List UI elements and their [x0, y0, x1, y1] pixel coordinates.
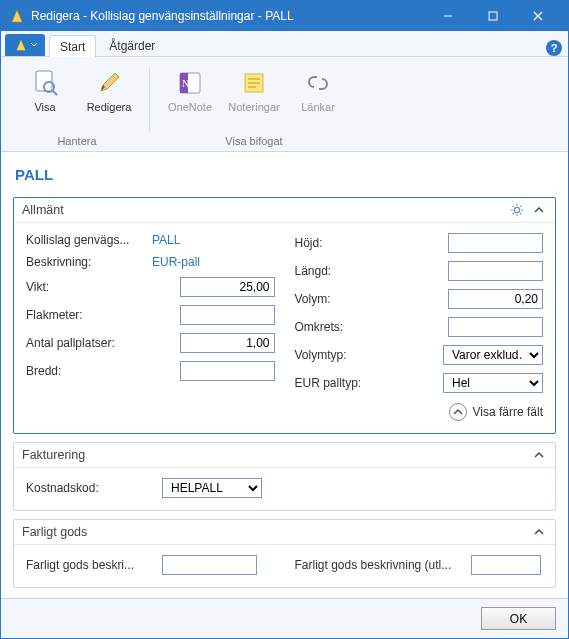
input-hojd[interactable] — [448, 233, 543, 253]
lbl-volym: Volym: — [295, 292, 415, 306]
tab-label-atgarder: Åtgärder — [109, 39, 155, 53]
ribbon-group-visa-bifogat-title: Visa bifogat — [225, 133, 282, 151]
footer: OK — [1, 598, 568, 638]
select-eurpalltyp[interactable]: Hel — [443, 373, 543, 393]
show-fewer-label: Visa färre fält — [473, 405, 543, 419]
lbl-langd: Längd: — [295, 264, 415, 278]
chevron-up-icon[interactable] — [531, 202, 547, 218]
panel-farligtgods-header[interactable]: Farligt gods — [14, 520, 555, 545]
maximize-button[interactable] — [470, 1, 515, 31]
minimize-button[interactable] — [425, 1, 470, 31]
titlebar: Redigera - Kollislag genvängsinställning… — [1, 1, 568, 31]
lbl-omkrets: Omkrets: — [295, 320, 415, 334]
page-title: PALL — [15, 166, 556, 183]
svg-text:N: N — [182, 78, 189, 89]
close-button[interactable] — [515, 1, 560, 31]
select-kostnadskod[interactable]: HELPALL — [162, 478, 262, 498]
ribbon-redigera-button[interactable]: Redigera — [79, 63, 139, 133]
chevron-down-icon — [30, 41, 38, 49]
chevron-up-icon[interactable] — [531, 524, 547, 540]
ribbon-group-visa-bifogat: N OneNote Noteringar Länkar Vis — [154, 63, 354, 151]
select-volymtyp[interactable]: Varor exklud… — [443, 345, 543, 365]
ribbon-visa-label: Visa — [34, 101, 55, 129]
input-bredd[interactable] — [180, 361, 275, 381]
lbl-volymtyp: Volymtyp: — [295, 348, 415, 362]
show-fewer-button[interactable]: Visa färre fält — [26, 403, 543, 421]
onenote-icon: N — [174, 67, 206, 99]
val-kollislag[interactable]: PALL — [152, 233, 275, 247]
input-vikt[interactable] — [180, 277, 275, 297]
pencil-icon — [93, 67, 125, 99]
ribbon-separator — [149, 67, 150, 131]
input-flakmeter[interactable] — [180, 305, 275, 325]
link-icon — [302, 67, 334, 99]
svg-line-26 — [520, 206, 521, 207]
svg-marker-5 — [17, 40, 26, 51]
input-omkrets[interactable] — [448, 317, 543, 337]
svg-point-18 — [514, 207, 519, 212]
ribbon-group-hantera: Visa Redigera Hantera — [9, 63, 145, 151]
ribbon-onenote-button[interactable]: N OneNote — [160, 63, 220, 133]
app-icon — [9, 8, 25, 24]
svg-marker-0 — [12, 10, 22, 22]
input-farligt-utl[interactable] — [471, 555, 541, 575]
magnifier-page-icon — [29, 67, 61, 99]
ok-button[interactable]: OK — [481, 607, 556, 630]
panel-farligtgods: Farligt gods Farligt gods beskri... — [13, 519, 556, 588]
ribbon-group-hantera-title: Hantera — [57, 133, 96, 151]
ribbon-body: Visa Redigera Hantera N OneNote — [1, 57, 568, 152]
tab-label-start: Start — [60, 40, 85, 54]
lbl-beskrivning: Beskrivning: — [26, 255, 146, 269]
ribbon-lankar-label: Länkar — [301, 101, 335, 129]
lbl-farligt-utl: Farligt gods beskrivning (utl... — [295, 558, 465, 572]
lbl-eurpalltyp: EUR palltyp: — [295, 376, 415, 390]
chevron-up-icon[interactable] — [531, 447, 547, 463]
lbl-kollislag: Kollislag genvägs... — [26, 233, 146, 247]
ribbon-lankar-button[interactable]: Länkar — [288, 63, 348, 133]
svg-line-25 — [513, 213, 514, 214]
tab-atgarder[interactable]: Åtgärder — [98, 34, 166, 56]
panel-fakturering-header[interactable]: Fakturering — [14, 443, 555, 468]
val-beskrivning[interactable]: EUR-pall — [152, 255, 275, 269]
ribbon-visa-button[interactable]: Visa — [15, 63, 75, 133]
ribbon-onenote-label: OneNote — [168, 101, 212, 129]
panel-allmant-header[interactable]: Allmänt — [14, 198, 555, 223]
sticky-note-icon — [238, 67, 270, 99]
panel-allmant: Allmänt Kollislag genvägs... PALL — [13, 197, 556, 434]
ribbon-tabs: Start Åtgärder ? — [1, 31, 568, 57]
input-farligt-sv[interactable] — [162, 555, 257, 575]
panel-fakturering: Fakturering Kostnadskod: HELPALL — [13, 442, 556, 511]
input-langd[interactable] — [448, 261, 543, 281]
svg-line-8 — [53, 91, 57, 95]
lbl-vikt: Vikt: — [26, 280, 146, 294]
chevron-up-circle-icon — [449, 403, 467, 421]
window-title: Redigera - Kollislag genvängsinställning… — [31, 9, 425, 23]
tab-start[interactable]: Start — [49, 35, 96, 57]
app-menu-button[interactable] — [5, 34, 45, 56]
help-button[interactable]: ? — [546, 40, 562, 56]
lbl-antal: Antal pallplatser: — [26, 336, 146, 350]
svg-rect-2 — [489, 12, 497, 20]
lbl-bredd: Bredd: — [26, 364, 146, 378]
ribbon-noteringar-button[interactable]: Noteringar — [224, 63, 284, 133]
panel-farligtgods-title: Farligt gods — [22, 525, 87, 539]
ribbon-redigera-label: Redigera — [87, 101, 132, 129]
input-volym[interactable] — [448, 289, 543, 309]
ribbon-noteringar-label: Noteringar — [228, 101, 279, 129]
content-area: PALL Allmänt Kollislag ge — [1, 152, 568, 598]
input-antal[interactable] — [180, 333, 275, 353]
lbl-farligt-sv: Farligt gods beskri... — [26, 558, 156, 572]
panel-fakturering-title: Fakturering — [22, 448, 85, 462]
panel-allmant-title: Allmänt — [22, 203, 64, 217]
gear-icon[interactable] — [509, 202, 525, 218]
svg-line-23 — [513, 206, 514, 207]
lbl-flakmeter: Flakmeter: — [26, 308, 146, 322]
svg-line-24 — [520, 213, 521, 214]
lbl-hojd: Höjd: — [295, 236, 415, 250]
lbl-kostnadskod: Kostnadskod: — [26, 481, 156, 495]
